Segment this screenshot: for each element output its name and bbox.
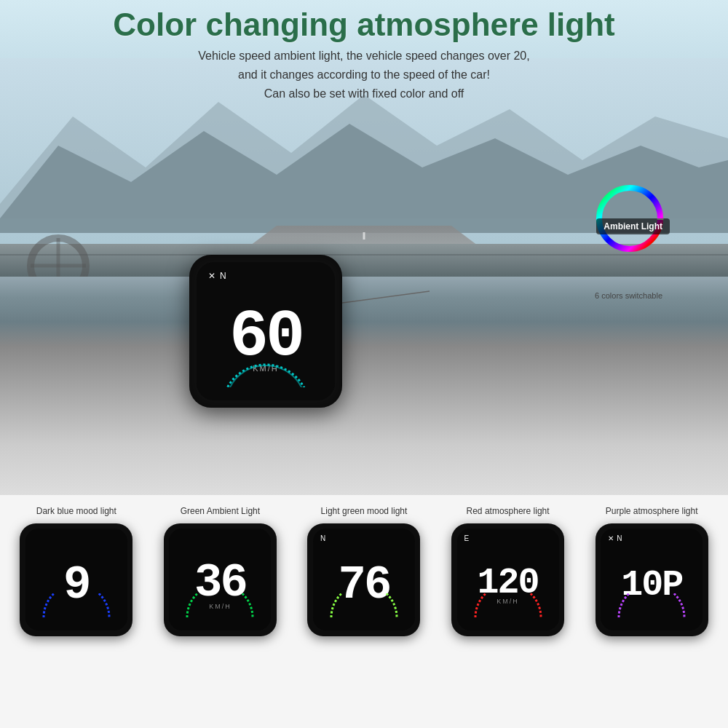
hud-device: ✕ N 60 KM/H bbox=[189, 255, 342, 408]
variant-lightgreen: Light green mood light N 76 bbox=[295, 506, 433, 636]
variant-label-1: Dark blue mood light bbox=[36, 506, 116, 518]
mini-top-icons-3: N bbox=[320, 534, 325, 542]
mini-arc-2 bbox=[183, 593, 256, 622]
variant-purple: Purple atmosphere light ✕ N 10P bbox=[582, 506, 721, 636]
device-screen: ✕ N 60 KM/H bbox=[197, 262, 335, 400]
variant-label-2: Green Ambient Light bbox=[181, 506, 260, 518]
variant-dark-blue: Dark blue mood light 9 bbox=[7, 506, 146, 636]
compass-n-3: N bbox=[320, 534, 325, 542]
compass-e-4: E bbox=[464, 534, 470, 542]
variant-label-5: Purple atmosphere light bbox=[606, 506, 698, 518]
mini-arc-5 bbox=[615, 593, 688, 622]
variant-red: Red atmosphere light E 120 KM/H bbox=[439, 506, 577, 636]
mini-top-icons-4: E bbox=[464, 534, 470, 542]
mini-device-inner-1: 9 bbox=[25, 529, 127, 630]
compass-label: N bbox=[220, 271, 226, 281]
header-area: Color changing atmosphere light Vehicle … bbox=[0, 7, 728, 103]
variant-green: Green Ambient Light 36 KM/H bbox=[151, 506, 290, 636]
main-title: Color changing atmosphere light bbox=[0, 7, 728, 42]
mini-device-3: N 76 bbox=[307, 523, 420, 636]
subtitle-line1: Vehicle speed ambient light, the vehicle… bbox=[198, 50, 529, 62]
colors-switchable-text: 6 colors switchable bbox=[595, 291, 662, 300]
mini-device-inner-4: E 120 KM/H bbox=[457, 529, 559, 630]
subtitle: Vehicle speed ambient light, the vehicle… bbox=[0, 47, 728, 103]
mini-device-2: 36 KM/H bbox=[164, 523, 277, 636]
arc-bar bbox=[218, 358, 313, 387]
subtitle-line3: Can also be set with fixed color and off bbox=[264, 87, 464, 100]
mini-arc-4 bbox=[472, 593, 545, 622]
mini-device-inner-5: ✕ N 10P bbox=[601, 529, 703, 630]
mini-top-icons-5: ✕ N bbox=[608, 534, 622, 542]
variant-label-3: Light green mood light bbox=[321, 506, 408, 518]
compass-n-5: N bbox=[617, 534, 622, 542]
mini-device-5: ✕ N 10P bbox=[596, 523, 708, 636]
ambient-ring-area: Ambient Light 6 colors switchable bbox=[589, 182, 670, 234]
mini-device-inner-3: N 76 bbox=[313, 529, 415, 630]
variant-label-4: Red atmosphere light bbox=[467, 506, 550, 518]
mini-device-1: 9 bbox=[20, 523, 132, 636]
mini-arc-1 bbox=[40, 593, 113, 622]
bottom-section: Dark blue mood light 9 Green Ambient Lig… bbox=[0, 495, 728, 728]
top-section: Color changing atmosphere light Vehicle … bbox=[0, 0, 728, 495]
mini-device-inner-2: 36 KM/H bbox=[169, 529, 271, 630]
satellite-icon-5: ✕ bbox=[608, 534, 614, 542]
mini-arc-3 bbox=[328, 593, 400, 622]
subtitle-line2: and it changes according to the speed of… bbox=[238, 68, 490, 81]
main-device-container: ✕ N 60 KM/H bbox=[189, 255, 342, 408]
ambient-label: Ambient Light bbox=[596, 218, 670, 234]
mini-device-4: E 120 KM/H bbox=[451, 523, 564, 636]
callout-line-svg bbox=[320, 284, 466, 328]
main-container: Color changing atmosphere light Vehicle … bbox=[0, 0, 728, 728]
device-top-icons: ✕ N bbox=[208, 271, 226, 281]
satellite-icon: ✕ bbox=[208, 271, 215, 281]
